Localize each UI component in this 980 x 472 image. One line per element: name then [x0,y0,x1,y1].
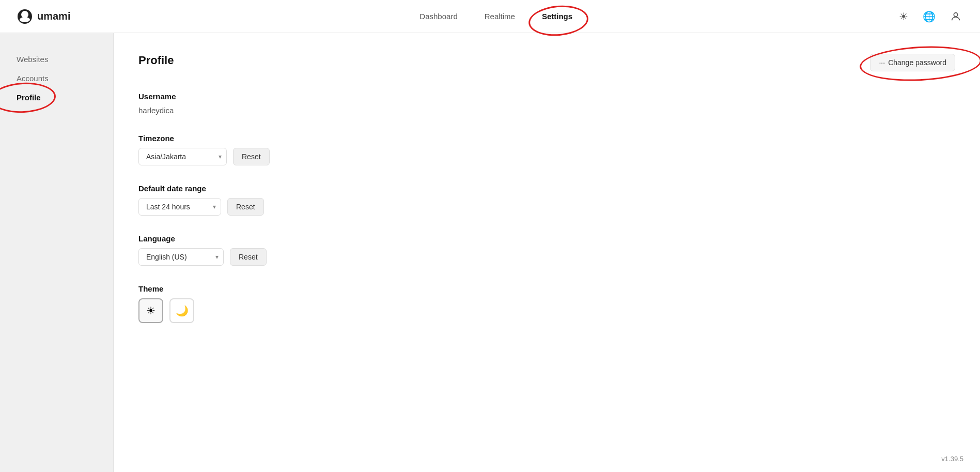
profile-content: Profile ··· Change password Username har… [114,33,980,472]
logo[interactable]: umami [17,8,70,25]
user-icon [950,11,961,22]
timezone-label: Timezone [138,134,955,143]
language-row: English (US) Bahasa Indonesia Français D… [138,248,955,266]
content-header: Profile ··· Change password [138,54,955,71]
username-label: Username [138,92,955,101]
globe-icon: 🌐 [923,10,936,23]
topnav-icons: ☀ 🌐 [897,8,963,25]
language-field-group: Language English (US) Bahasa Indonesia F… [138,234,955,266]
language-select-wrapper: English (US) Bahasa Indonesia Français D… [138,248,224,266]
language-btn[interactable]: 🌐 [921,8,938,25]
language-label: Language [138,234,955,243]
timezone-reset-button[interactable]: Reset [233,148,270,165]
logo-text: umami [37,10,70,22]
sidebar-item-websites[interactable]: Websites [0,50,113,69]
sun-icon: ☀ [899,10,908,23]
page-title: Profile [138,54,174,67]
username-value: harleydica [138,106,174,115]
nav-settings[interactable]: Settings [538,10,577,23]
date-range-label: Default date range [138,184,955,193]
nav-dashboard[interactable]: Dashboard [415,10,461,23]
svg-point-2 [20,17,30,22]
dots-icon: ··· [879,58,885,67]
moon-icon: 🌙 [176,304,189,317]
main-layout: Websites Accounts Profile Profile ··· Ch… [0,33,980,472]
svg-point-1 [21,11,28,18]
language-reset-button[interactable]: Reset [230,248,267,266]
topnav: umami Dashboard Realtime Settings ☀ 🌐 [0,0,980,33]
username-field-group: Username harleydica [138,92,955,115]
change-password-wrap: ··· Change password [870,54,955,71]
svg-point-3 [954,12,957,16]
nav-realtime[interactable]: Realtime [480,10,519,23]
nav-links: Dashboard Realtime Settings [95,10,897,23]
date-range-field-group: Default date range Last 24 hours Last 7 … [138,184,955,216]
change-password-label: Change password [888,58,946,67]
theme-field-group: Theme ☀ 🌙 [138,284,955,323]
theme-row: ☀ 🌙 [138,298,955,323]
sidebar: Websites Accounts Profile [0,33,114,472]
language-select[interactable]: English (US) Bahasa Indonesia Français D… [138,248,224,266]
sidebar-item-accounts[interactable]: Accounts [0,69,113,88]
timezone-select[interactable]: Asia/Jakarta UTC America/New_York Europe… [138,148,227,165]
change-password-button[interactable]: ··· Change password [870,54,955,71]
date-range-row: Last 24 hours Last 7 days Last 30 days L… [138,198,955,216]
sidebar-item-profile[interactable]: Profile [0,88,57,107]
theme-toggle-btn[interactable]: ☀ [897,8,910,25]
date-range-select-wrapper: Last 24 hours Last 7 days Last 30 days L… [138,198,221,216]
timezone-select-wrapper: Asia/Jakarta UTC America/New_York Europe… [138,148,227,165]
user-menu-btn[interactable] [948,9,963,24]
version-label: v1.39.5 [941,455,963,463]
sun-icon: ☀ [146,304,155,317]
timezone-field-group: Timezone Asia/Jakarta UTC America/New_Yo… [138,134,955,165]
theme-dark-button[interactable]: 🌙 [169,298,194,323]
date-range-select[interactable]: Last 24 hours Last 7 days Last 30 days L… [138,198,221,216]
date-range-reset-button[interactable]: Reset [227,198,264,216]
theme-label: Theme [138,284,955,293]
theme-light-button[interactable]: ☀ [138,298,163,323]
timezone-row: Asia/Jakarta UTC America/New_York Europe… [138,148,955,165]
